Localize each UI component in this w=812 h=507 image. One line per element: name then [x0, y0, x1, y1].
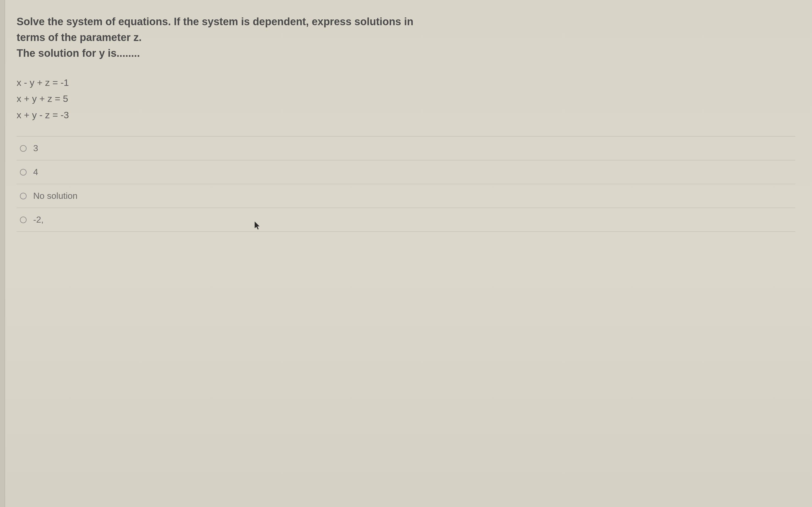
- equation-1: x - y + z = -1: [17, 75, 795, 90]
- equations-block: x - y + z = -1 x + y + z = 5 x + y - z =…: [17, 75, 795, 122]
- equation-2: x + y + z = 5: [17, 91, 795, 106]
- option-label-1: 3: [33, 143, 38, 153]
- prompt-line-2: terms of the parameter z.: [17, 30, 795, 45]
- option-row-1[interactable]: 3: [17, 136, 795, 160]
- left-border-strip: [0, 0, 5, 507]
- question-prompt: Solve the system of equations. If the sy…: [17, 14, 795, 61]
- prompt-line-3: The solution for y is........: [17, 45, 795, 61]
- radio-icon[interactable]: [20, 193, 26, 200]
- option-row-4[interactable]: -2,: [17, 208, 795, 232]
- equation-3: x + y - z = -3: [17, 107, 795, 122]
- option-label-2: 4: [33, 167, 38, 177]
- radio-icon[interactable]: [20, 217, 26, 223]
- option-label-3: No solution: [33, 191, 77, 201]
- prompt-line-1: Solve the system of equations. If the sy…: [17, 14, 795, 30]
- radio-icon[interactable]: [20, 145, 26, 152]
- answer-options: 3 4 No solution -2,: [17, 136, 795, 232]
- option-label-4: -2,: [33, 215, 44, 225]
- option-row-2[interactable]: 4: [17, 160, 795, 184]
- radio-icon[interactable]: [20, 169, 26, 176]
- option-row-3[interactable]: No solution: [17, 184, 795, 208]
